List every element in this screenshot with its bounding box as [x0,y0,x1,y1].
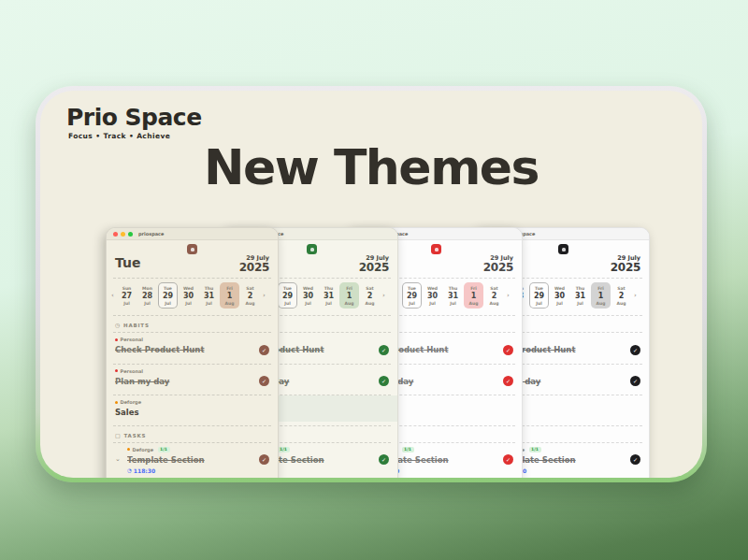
day-cell-tue-today[interactable]: Tue 29 Jul [402,282,422,309]
date-year: 2025 [359,262,389,274]
day-number: 27 [122,292,132,300]
dow-label: Fri [597,286,604,291]
habit-row-check-product-hunt[interactable]: Personal Check Product Hunt ✓ [107,333,278,360]
habit-check-button[interactable]: ✓ [379,345,389,355]
habit-check-button[interactable]: ✓ [259,345,269,355]
day-cell-tue-today[interactable]: Tue 29 Jul [158,282,178,309]
month-label: Aug [469,301,479,306]
month-label: Jul [305,301,310,306]
day-number: 2 [492,292,497,300]
dow-label: Wed [554,286,565,291]
category-label: Deforge [121,399,142,405]
day-cell-sat[interactable]: Sat 2 Aug [360,282,380,309]
task-check-button[interactable]: ✓ [503,454,513,465]
day-cell-thu[interactable]: Thu 31 Jul [443,282,463,309]
day-cell-sun[interactable]: Sun 27 Jul [117,282,137,309]
chevron-down-icon[interactable]: ⌄ [115,456,127,463]
dow-label: Tue [283,286,292,291]
day-number: 31 [324,292,334,300]
dow-label: Tue [164,286,172,291]
day-number: 2 [248,292,253,300]
next-week-button[interactable]: › [632,292,639,299]
task-check-button[interactable]: ✓ [259,454,269,465]
clock-icon: ◷ [115,323,121,328]
next-week-button[interactable]: › [261,292,267,299]
habit-check-button[interactable]: ✓ [259,376,269,386]
day-number: 31 [575,292,585,300]
day-cell-fri-selected[interactable]: Fri 1 Aug [220,282,239,309]
day-cell-thu[interactable]: Thu 31 Jul [319,282,338,309]
month-label: Jul [450,301,455,306]
tasks-label: TASKS [123,433,146,438]
date-year: 2025 [239,262,269,274]
day-cell-wed[interactable]: Wed 30 Jul [179,282,198,309]
task-check-button[interactable]: ✓ [630,454,640,465]
close-button[interactable] [113,232,118,237]
day-cell-sat[interactable]: Sat 2 Aug [611,282,631,309]
prev-week-button[interactable]: ‹ [109,292,116,299]
timer-icon: ◔ [127,467,132,473]
day-number: 31 [204,292,214,300]
month-label: Aug [246,301,255,306]
habit-check-button[interactable]: ✓ [630,345,640,355]
month-label: Jul [429,301,435,306]
day-cell-tue-today[interactable]: Tue 29 Jul [529,282,549,309]
month-label: Jul [325,301,331,306]
next-week-button[interactable]: › [505,292,511,299]
dow-label: Sat [490,286,497,291]
day-cell-fri-selected[interactable]: Fri 1 Aug [339,282,359,309]
dow-label: Tue [408,286,416,291]
habit-title: Sales [115,408,139,417]
minimize-button[interactable] [121,232,125,237]
day-cell-sat[interactable]: Sat 2 Aug [484,282,504,309]
time-value: 118:30 [134,467,155,474]
month-label: Jul [536,301,541,306]
day-number: 29 [163,292,173,300]
day-cell-wed[interactable]: Wed 30 Jul [423,282,442,309]
day-cell-fri-selected[interactable]: Fri 1 Aug [464,282,483,309]
day-cell-sat[interactable]: Sat 2 Aug [240,282,260,309]
day-cell-wed[interactable]: Wed 30 Jul [550,282,569,309]
habit-check-button[interactable]: ✓ [379,376,389,386]
day-cell-thu[interactable]: Thu 31 Jul [570,282,590,309]
habit-category: Personal [115,368,269,374]
day-title: Tue [115,255,140,270]
app-theme-logo-icon [431,244,441,254]
promo-card-border: Prio Space Focus • Track • Achieve New T… [36,86,707,482]
task-row-template-section[interactable]: Deforge 1/1 ⌄ Template Section ✓ ◔ 118:3… [107,443,278,478]
maximize-button[interactable] [128,232,133,237]
dow-label: Fri [470,286,477,291]
completion-badge: 1/1 [158,447,170,452]
month-label: Jul [144,301,150,306]
month-label: Jul [123,301,129,306]
day-cell-mon[interactable]: Mon 28 Jul [137,282,157,309]
habits-section-label: ◷ HABITS [107,323,278,328]
day-cell-wed[interactable]: Wed 30 Jul [298,282,318,309]
habit-check-button[interactable]: ✓ [630,376,640,386]
date-block: 29 July 2025 [483,255,513,274]
month-label: Jul [206,301,211,306]
day-cell-thu[interactable]: Thu 31 Jul [199,282,219,309]
task-check-button[interactable]: ✓ [379,454,389,465]
month-label: Jul [284,301,290,306]
habit-title: Plan my day [115,377,169,386]
date-block: 29 July 2025 [359,255,389,274]
window-title: priospace [138,231,164,237]
app-window-mocha: priospace Tue 29 July 2025 ‹ Sun 27 Jul … [106,227,279,478]
completion-badge: 1/1 [402,447,414,452]
month-label: Aug [366,301,375,306]
day-cell-fri-selected[interactable]: Fri 1 Aug [591,282,611,309]
dow-label: Thu [205,286,213,291]
day-cell-tue-today[interactable]: Tue 29 Jul [278,282,297,309]
dow-label: Wed [303,286,313,291]
habit-check-button[interactable]: ✓ [503,376,513,386]
calendar-icon: ▢ [115,433,121,438]
habit-row-plan-my-day[interactable]: Personal Plan my day ✓ [107,365,278,392]
dow-label: Wed [183,286,194,291]
day-number: 30 [427,292,438,300]
next-week-button[interactable]: › [381,292,387,299]
app-theme-logo-icon [307,244,317,254]
habit-row-sales[interactable]: Deforge Sales [107,395,278,422]
habit-check-button[interactable]: ✓ [503,345,513,355]
category-dot-icon [115,369,118,372]
